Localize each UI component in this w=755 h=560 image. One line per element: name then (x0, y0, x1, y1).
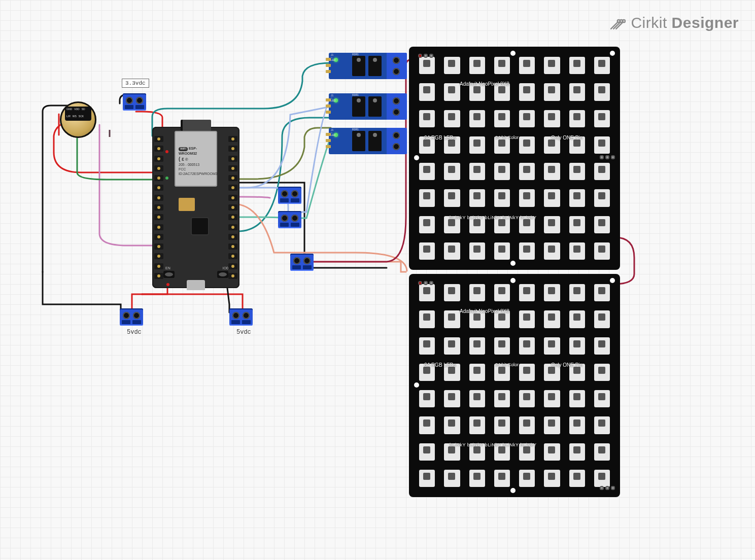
neopixel-led (591, 307, 613, 331)
neopixel-led (466, 281, 488, 304)
esp32-boot-button[interactable] (217, 271, 228, 278)
mount-hole (510, 51, 516, 56)
neopixel-led (566, 107, 588, 130)
neopixel-led (416, 467, 438, 490)
neopixel-led (541, 281, 563, 304)
neopixel-led (516, 387, 538, 410)
mount-hole (414, 382, 419, 388)
neopixel-led (566, 387, 588, 410)
mount-hole (610, 278, 615, 283)
mosfet-module-1[interactable]: J1○LED R3R1 (329, 53, 407, 79)
mosfet-output-terminal[interactable] (387, 93, 407, 120)
via-dot (166, 283, 169, 286)
esp32-pins-right[interactable] (228, 136, 237, 279)
neopixel-led (541, 334, 563, 358)
neopixel-led (541, 160, 563, 183)
neopixel-led (466, 467, 488, 490)
mosfet-output-terminal[interactable] (387, 128, 407, 154)
terminal-5v-a[interactable] (120, 308, 143, 326)
neopixel-led (566, 54, 588, 77)
esp32-regulator (179, 198, 195, 211)
neopixel-led (441, 186, 463, 209)
neopixel-led (491, 54, 513, 77)
neopixel-led (441, 387, 463, 410)
neopixel-led (541, 80, 563, 103)
mosfet-output-terminal[interactable] (387, 53, 407, 79)
neopixel-led (466, 54, 488, 77)
neopixel-matrix-bottom[interactable]: Adafruit NeoPixel 8X8 64 RGB LEDs 24 bit… (409, 274, 620, 497)
logo-text: Cirkit Designer (631, 14, 739, 31)
neopixel-din-pads[interactable] (418, 54, 433, 58)
neopixel-led (491, 387, 513, 410)
logo-icon (608, 14, 626, 31)
neopixel-led (466, 387, 488, 410)
neopixel-led (441, 334, 463, 358)
esp32-en-button[interactable] (163, 271, 175, 278)
neopixel-led (466, 239, 488, 263)
mount-hole (510, 278, 516, 283)
neopixel-led (516, 467, 538, 490)
neopixel-led (566, 281, 588, 304)
neopixel-led (541, 440, 563, 464)
esp32-usb-port[interactable] (187, 280, 205, 290)
neopixel-led (591, 160, 613, 183)
neopixel-dout-pads[interactable] (600, 486, 615, 490)
neopixel-led (541, 107, 563, 130)
neopixel-led (516, 160, 538, 183)
neopixel-led (591, 107, 613, 130)
neopixel-led (566, 186, 588, 209)
mic-pin-labels: GNDVDD SD (66, 108, 86, 111)
neopixel-led (591, 334, 613, 358)
neopixel-led (441, 107, 463, 130)
neopixel-sub-left: 64 RGB LEDs (424, 135, 456, 141)
neopixel-led (566, 213, 588, 236)
neopixel-dout-pads[interactable] (600, 155, 615, 159)
neopixel-blinky: bLiNkY bLiNkY bLiNkY bLiNkY bLiNkY (450, 215, 536, 220)
neopixel-led (591, 387, 613, 410)
neopixel-led (416, 160, 438, 183)
neopixel-din-pads[interactable] (418, 281, 433, 285)
neopixel-matrix-top[interactable]: Adafruit NeoPixel 8X8 64 RGB LEDs 24 bit… (409, 47, 620, 270)
esp32-en-label: EN (165, 266, 170, 270)
esp32-devkit[interactable]: WiFi ESP-WROOM32 ( ε ® 205 - 000513 FCC … (152, 127, 239, 288)
neopixel-led (591, 213, 613, 236)
mount-hole (510, 261, 516, 266)
neopixel-led (566, 467, 588, 490)
neopixel-led (491, 281, 513, 304)
neopixel-led (416, 213, 438, 236)
neopixel-led (516, 307, 538, 331)
mosfet-module-3[interactable]: J1○LED R3R1 (329, 128, 407, 154)
circuit-canvas[interactable]: Cirkit Designer (0, 0, 755, 560)
neopixel-blinky: bLiNkY bLiNkY bLiNkY bLiNkY bLiNkY (450, 442, 536, 447)
label-3v3: 3.3vdc (122, 79, 149, 88)
neopixel-led (416, 107, 438, 130)
neopixel-led-grid (416, 54, 613, 263)
neopixel-led (591, 80, 613, 103)
neopixel-led (491, 160, 513, 183)
terminal-5v-b[interactable] (229, 308, 253, 326)
neopixel-led (441, 413, 463, 437)
neopixel-led (591, 133, 613, 157)
terminal-mid-3[interactable] (290, 254, 314, 271)
terminal-3v3[interactable] (123, 93, 146, 111)
neopixel-led (591, 413, 613, 437)
neopixel-led (441, 54, 463, 77)
neopixel-led (541, 307, 563, 331)
esp32-pins-left[interactable] (154, 136, 163, 279)
wire-layer (0, 0, 755, 560)
mosfet-module-2[interactable]: J1○LED R3R1 (329, 93, 407, 120)
neopixel-sub-right: Only ONE Pin (551, 135, 582, 141)
neopixel-led (591, 54, 613, 77)
neopixel-led (541, 413, 563, 437)
terminal-mid-1[interactable] (278, 187, 301, 204)
neopixel-led (591, 440, 613, 464)
svg-point-2 (623, 20, 625, 22)
neopixel-led (491, 186, 513, 209)
neopixel-led (566, 239, 588, 263)
terminal-mid-2[interactable] (278, 211, 301, 228)
neopixel-led (516, 80, 538, 103)
neopixel-led (441, 281, 463, 304)
neopixel-led (591, 281, 613, 304)
neopixel-led (516, 54, 538, 77)
i2s-mic-module[interactable]: GNDVDD SD L/RWS SCK (60, 101, 96, 138)
